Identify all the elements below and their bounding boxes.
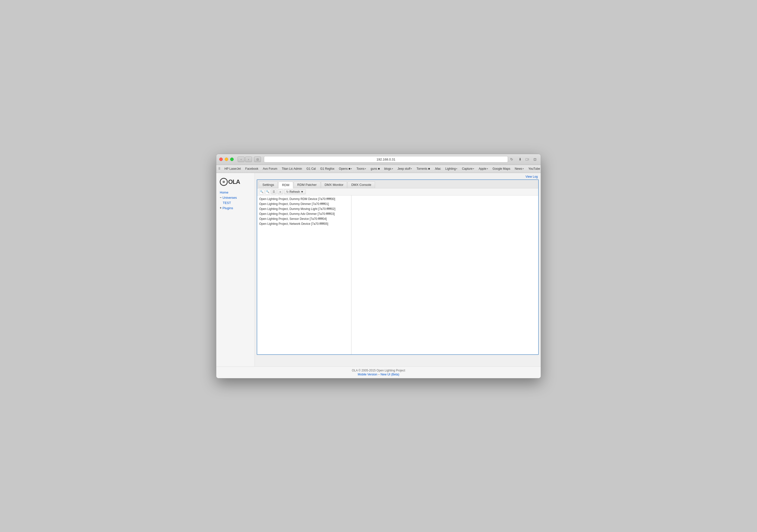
- maximize-button[interactable]: [230, 158, 234, 161]
- list-view-button-2[interactable]: ≡: [278, 189, 283, 194]
- view-button[interactable]: ⊡: [254, 157, 261, 162]
- bookmark-apple[interactable]: Apple ▾: [477, 167, 490, 171]
- device-item-5[interactable]: Open Lighting Project, Network Device [7…: [257, 221, 351, 226]
- address-text: 192.168.0.31: [264, 158, 508, 161]
- content-area: View Log Settings RDM RDM Patcher DMX Mo…: [255, 173, 541, 366]
- bookmark-youtube[interactable]: YouTube: [526, 167, 541, 171]
- bookmark-jeep[interactable]: Jeep stuff ▾: [396, 167, 414, 171]
- tab-rdm-patcher[interactable]: RDM Patcher: [294, 181, 320, 188]
- blogs-arrow: ▾: [392, 168, 393, 170]
- tab-rdm[interactable]: RDM: [278, 182, 293, 188]
- bookmark-g1cal[interactable]: G1 Cal: [305, 167, 318, 171]
- bookmark-mac[interactable]: .Mac: [432, 167, 443, 171]
- browser-window: ‹ › ⊡ 192.168.0.31 ↻ ⬇ □↑ ⊡ ⠿ HP LaserJe…: [216, 154, 541, 378]
- footer-separator: –: [378, 373, 380, 376]
- ola-logo: OLA: [216, 175, 255, 190]
- bookmark-lighting[interactable]: Lighting ▾: [443, 167, 459, 171]
- ola-logo-text: OLA: [228, 178, 240, 185]
- footer: OLA © 2005-2015 Open Lighting Project Mo…: [216, 366, 541, 378]
- refresh-label: Refresh: [289, 190, 300, 194]
- bookmark-torrents[interactable]: Torrents ■: [414, 167, 432, 171]
- search-button-2[interactable]: 🔍: [265, 189, 270, 194]
- sidebar-item-home[interactable]: Home: [216, 190, 255, 195]
- rdm-toolbar: 🔍 🔍 ☰ ≡ ↻ Refresh ▼: [257, 188, 538, 196]
- download-icon[interactable]: ⬇: [517, 157, 523, 162]
- device-item-2[interactable]: Open Lighting Project, Dummy Moving Ligh…: [257, 206, 351, 211]
- tab-settings[interactable]: Settings: [259, 181, 278, 188]
- device-list: Open Lighting Project, Dummy RDM Device …: [257, 196, 351, 354]
- device-item-0[interactable]: Open Lighting Project, Dummy RDM Device …: [257, 197, 351, 202]
- opens-arrow: ▾: [351, 168, 352, 170]
- share-icon[interactable]: □↑: [525, 157, 530, 162]
- bookmark-opens[interactable]: Opens ■ ▾: [337, 167, 354, 171]
- bookmark-capture[interactable]: Capture ▾: [460, 167, 476, 171]
- bookmark-facebook[interactable]: Facebook: [243, 167, 260, 171]
- ola-logo-circle: [220, 178, 228, 186]
- search-button-1[interactable]: 🔍: [259, 189, 264, 194]
- bookmark-titan-lic[interactable]: Titan Lic Admin: [280, 167, 304, 171]
- tab-dmx-monitor[interactable]: DMX Monitor: [321, 181, 347, 188]
- toons-arrow: ▾: [365, 168, 366, 170]
- minimize-button[interactable]: [225, 158, 228, 161]
- bookmark-news[interactable]: News ▾: [513, 167, 526, 171]
- device-item-1[interactable]: Open Lighting Project, Dummy Dimmer [7a7…: [257, 202, 351, 206]
- back-button[interactable]: ‹: [238, 157, 245, 162]
- bookmark-google-maps[interactable]: Google Maps: [491, 167, 512, 171]
- sidebar-item-plugins[interactable]: + Plugins: [216, 205, 255, 211]
- forward-button[interactable]: ›: [245, 157, 252, 162]
- titlebar-right: ⬇ □↑ ⊡: [517, 157, 538, 162]
- lighting-arrow: ▾: [456, 168, 457, 170]
- device-detail-panel: [351, 196, 538, 354]
- bookmarks-bar: ⠿ HP LaserJet Facebook Avo Forum Titan L…: [216, 165, 541, 173]
- refresh-icon: ↻: [286, 190, 289, 194]
- sidebar-universes-label: Universes: [223, 196, 237, 200]
- reload-button[interactable]: ↻: [509, 157, 514, 162]
- sidebar-nav: Home − Universes TEST + Plugins: [216, 190, 255, 211]
- titlebar: ‹ › ⊡ 192.168.0.31 ↻ ⬇ □↑ ⊡: [216, 154, 541, 165]
- device-list-area: Open Lighting Project, Dummy RDM Device …: [257, 196, 538, 354]
- tab-icon[interactable]: ⊡: [532, 157, 538, 162]
- main-content: OLA Home − Universes TEST + Plugins View…: [216, 173, 541, 366]
- footer-links: Mobile Version – New UI (Beta): [218, 373, 539, 376]
- tab-dmx-console[interactable]: DMX Console: [348, 181, 375, 188]
- bookmark-g1regfox[interactable]: G1 Regfox: [318, 167, 336, 171]
- bookmark-toons[interactable]: Toons ▾: [354, 167, 368, 171]
- bookmark-blogs[interactable]: blogs ▾: [382, 167, 395, 171]
- address-bar-wrap: 192.168.0.31 ↻: [264, 156, 514, 163]
- universes-collapse-icon: −: [220, 196, 222, 199]
- capture-arrow: ▾: [473, 168, 474, 170]
- footer-copyright: OLA © 2005-2015 Open Lighting Project: [218, 369, 539, 372]
- bookmark-guns[interactable]: guns ■: [369, 167, 382, 171]
- bookmark-avo-forum[interactable]: Avo Forum: [261, 167, 279, 171]
- bookmarks-grid-icon[interactable]: ⠿: [218, 167, 221, 171]
- address-bar[interactable]: 192.168.0.31: [264, 156, 508, 163]
- device-item-4[interactable]: Open Lighting Project, Sensor Device [7a…: [257, 216, 351, 221]
- sidebar: OLA Home − Universes TEST + Plugins: [216, 173, 255, 366]
- bookmark-hp-laserjet[interactable]: HP LaserJet: [223, 167, 243, 171]
- refresh-dropdown-arrow: ▼: [301, 190, 304, 194]
- window-controls: [219, 158, 234, 161]
- apple-arrow: ▾: [487, 168, 488, 170]
- nav-arrows: ‹ ›: [238, 157, 252, 162]
- main-panel: Settings RDM RDM Patcher DMX Monitor DMX…: [257, 179, 539, 355]
- view-log-bar: View Log: [257, 175, 539, 179]
- jeep-arrow: ▾: [411, 168, 412, 170]
- ola-logo-inner: [223, 181, 225, 183]
- refresh-button[interactable]: ↻ Refresh ▼: [284, 189, 306, 194]
- sidebar-item-test[interactable]: TEST: [216, 200, 255, 205]
- close-button[interactable]: [219, 158, 223, 161]
- plugins-expand-icon: +: [220, 206, 222, 210]
- mobile-version-link[interactable]: Mobile Version: [358, 373, 377, 376]
- new-ui-beta-link[interactable]: New UI (Beta): [380, 373, 399, 376]
- list-view-button[interactable]: ☰: [271, 189, 277, 194]
- view-log-link[interactable]: View Log: [526, 175, 538, 178]
- sidebar-plugins-label: Plugins: [223, 206, 233, 210]
- sidebar-item-universes[interactable]: − Universes: [216, 195, 255, 200]
- tabs-bar: Settings RDM RDM Patcher DMX Monitor DMX…: [257, 180, 538, 188]
- device-item-3[interactable]: Open Lighting Project, Dummy Adv Dimmer …: [257, 211, 351, 216]
- news-arrow: ▾: [523, 168, 524, 170]
